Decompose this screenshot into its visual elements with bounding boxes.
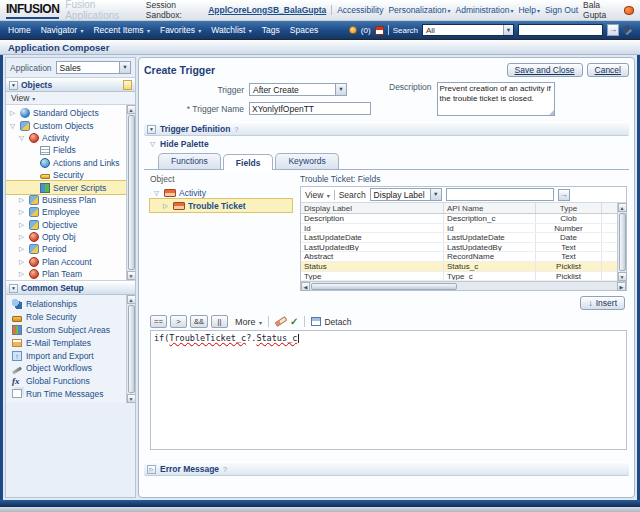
common-setup-role-security[interactable]: Role Security	[6, 311, 126, 324]
nav-navigator[interactable]: Navigator ▾	[41, 25, 84, 35]
trigger-type-select[interactable]: After Create▼	[249, 83, 347, 96]
tree-item-activity[interactable]: ▽ Activity	[6, 132, 126, 144]
validate-icon[interactable]: ✓	[290, 316, 298, 327]
description-textarea[interactable]: Prevent creation of an activity if the t…	[437, 82, 555, 116]
hide-palette-toggle[interactable]: ▽ Hide Palette	[144, 136, 629, 151]
more-menu[interactable]: More ▾	[235, 317, 262, 327]
tree-item-plan-account[interactable]: ▷ Plan Account	[6, 256, 126, 268]
table-row[interactable]: Description Description_c Clob	[301, 214, 617, 224]
table-row[interactable]: LastUpdatedBy LastUpdatedBy Text	[301, 243, 617, 253]
session-sandbox-link[interactable]: ApplCoreLongSB_BalaGupta	[208, 5, 326, 15]
scroll-down-icon[interactable]: ▼	[127, 394, 136, 403]
common-setup-object-workflows[interactable]: Object Workflows	[6, 362, 126, 375]
trigger-definition-header[interactable]: ▼ Trigger Definition ?	[144, 122, 629, 136]
tree-item-custom-objects[interactable]: ▽ Custom Objects	[6, 119, 126, 131]
tree-collapsed-icon[interactable]: ▷	[10, 109, 17, 117]
table-vertical-scrollbar[interactable]: ▲ ▼	[617, 203, 626, 281]
objects-panel-header[interactable]: ▼ Objects	[6, 78, 135, 92]
nav-home[interactable]: Home	[8, 25, 31, 35]
scroll-right-icon[interactable]: ▶	[617, 282, 626, 291]
nav-spaces[interactable]: Spaces	[290, 25, 318, 35]
operator-greater-button[interactable]: >	[170, 315, 187, 328]
nav-watchlist[interactable]: Watchlist ▾	[211, 25, 252, 35]
scroll-left-icon[interactable]: ◀	[301, 282, 310, 291]
scrollbar-thumb[interactable]	[619, 213, 626, 271]
table-horizontal-scrollbar[interactable]: ◀ ▶	[301, 281, 626, 290]
tree-item-actions-and-links[interactable]: Actions and Links	[6, 157, 126, 169]
scroll-up-icon[interactable]: ▲	[127, 105, 136, 114]
tree-item-objective[interactable]: ▷ Objective	[6, 219, 126, 231]
tree-expanded-icon[interactable]: ▽	[10, 122, 17, 130]
tree-item-period[interactable]: ▷ Period	[6, 243, 126, 255]
column-api-name[interactable]: API Name	[444, 203, 536, 213]
common-setup-panel-header[interactable]: ▼ Common Setup	[6, 281, 135, 295]
calendar-icon[interactable]	[375, 26, 384, 35]
tree-item-fields[interactable]: Fields	[6, 144, 126, 156]
view-menu[interactable]: View	[11, 93, 29, 103]
insert-button[interactable]: ↓ Insert	[580, 296, 625, 310]
expand-icon[interactable]: ▷	[147, 465, 156, 474]
tree-collapsed-icon[interactable]: ▷	[19, 233, 26, 241]
search-go-button[interactable]: →	[607, 24, 619, 36]
tree-item-employee[interactable]: ▷ Employee	[6, 206, 126, 218]
script-code-editor[interactable]: if(TroubleTicket_c?.Status_c	[150, 330, 627, 450]
personalization-menu[interactable]: Personalization▾	[388, 5, 450, 15]
operator-equals-button[interactable]: ==	[150, 315, 167, 328]
operator-and-button[interactable]: &&	[190, 315, 208, 328]
scroll-up-icon[interactable]: ▲	[127, 295, 136, 304]
palette-tree-trouble-ticket[interactable]: ▷ Trouble Ticket	[150, 199, 292, 211]
tree-item-opty-obj[interactable]: ▷ Opty Obj	[6, 231, 126, 243]
erase-icon[interactable]	[275, 316, 288, 327]
detach-button[interactable]: Detach	[311, 317, 351, 327]
tree-collapsed-icon[interactable]: ▷	[19, 270, 26, 278]
tree-expanded-icon[interactable]: ▽	[19, 134, 26, 142]
common-setup-relationships[interactable]: Relationships	[6, 298, 126, 311]
sign-out-link[interactable]: Sign Out	[545, 5, 578, 15]
tree-collapsed-icon[interactable]: ▷	[19, 258, 26, 266]
column-type[interactable]: Type	[536, 203, 602, 213]
application-select[interactable]: Sales▼	[56, 61, 131, 74]
accessibility-link[interactable]: Accessibility	[337, 5, 383, 15]
collapse-icon[interactable]: ▼	[9, 284, 18, 293]
common-setup-email-templates[interactable]: E-Mail Templates	[6, 336, 126, 349]
table-row[interactable]: LastUpdateDate LastUpdateDate Date	[301, 233, 617, 243]
resize-grip-icon[interactable]	[549, 110, 554, 115]
column-display-label[interactable]: Display Label	[301, 203, 444, 213]
administration-menu[interactable]: Administration▾	[456, 5, 514, 15]
collapse-icon[interactable]: ▼	[9, 81, 18, 90]
tree-collapsed-icon[interactable]: ▷	[19, 196, 26, 204]
operator-or-button[interactable]: ||	[211, 315, 228, 328]
common-setup-import-export[interactable]: ↑ Import and Export	[6, 349, 126, 362]
tree-collapsed-icon[interactable]: ▷	[19, 221, 26, 229]
palette-tree-activity[interactable]: ▽ Activity	[150, 187, 292, 199]
search-go-button[interactable]: →	[558, 189, 570, 201]
collapse-icon[interactable]: ▼	[147, 125, 156, 134]
table-row-selected[interactable]: Status Status_c Picklist	[301, 262, 617, 272]
tree-item-business-plan[interactable]: ▷ Business Plan	[6, 194, 126, 206]
advanced-search-icon[interactable]	[623, 25, 632, 35]
view-menu[interactable]: View ▾	[305, 190, 330, 200]
tab-keywords[interactable]: Keywords	[275, 153, 338, 169]
cancel-button[interactable]: Cancel	[587, 63, 629, 77]
tab-functions[interactable]: Functions	[158, 153, 221, 169]
common-setup-global-functions[interactable]: fx Global Functions	[6, 375, 126, 388]
scroll-down-icon[interactable]: ▼	[127, 271, 136, 280]
tree-item-security[interactable]: Security	[6, 169, 126, 181]
error-message-header[interactable]: ▷ Error Message ?	[144, 462, 629, 476]
conversation-icon[interactable]	[624, 6, 634, 15]
fields-search-input[interactable]	[446, 188, 554, 201]
trigger-name-input[interactable]	[249, 102, 371, 115]
search-scope-select[interactable]: All▼	[422, 24, 514, 36]
nav-tags[interactable]: Tags	[262, 25, 280, 35]
scroll-down-icon[interactable]: ▼	[618, 272, 627, 281]
nav-favorites[interactable]: Favorites ▾	[160, 25, 201, 35]
tree-collapsed-icon[interactable]: ▷	[19, 245, 26, 253]
scrollbar-thumb[interactable]	[128, 115, 135, 270]
notifications-bell-icon[interactable]	[349, 26, 357, 34]
tree-item-standard-objects[interactable]: ▷ Standard Objects	[6, 107, 126, 119]
common-setup-custom-subject-areas[interactable]: Custom Subject Areas	[6, 324, 126, 337]
tab-fields[interactable]: Fields	[223, 154, 274, 170]
tree-expanded-icon[interactable]: ▽	[154, 189, 161, 197]
notes-icon[interactable]	[123, 80, 132, 90]
objects-tree-scrollbar[interactable]: ▲ ▼	[126, 105, 135, 280]
